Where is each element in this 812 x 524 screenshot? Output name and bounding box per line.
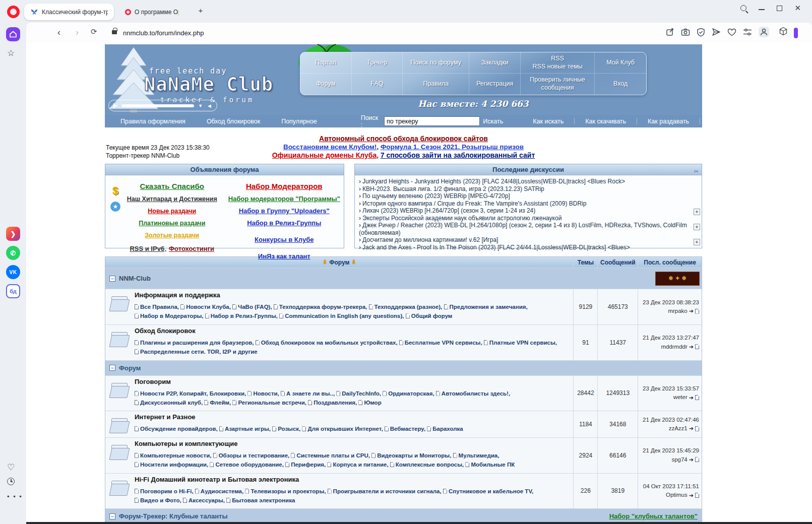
last-post-user-link[interactable]: mddrmddr	[661, 343, 687, 351]
goto-last-post-icon[interactable]: ➔	[689, 307, 694, 315]
subforum-link[interactable]: Проигрыватели и источники сигнала,	[328, 488, 442, 494]
subforum-link[interactable]: ЧаВо (FAQ),	[232, 304, 272, 310]
discussions-collapse-icon[interactable]: ✂	[694, 166, 699, 177]
subforum-link[interactable]: Предложения и замечания,	[444, 304, 528, 310]
subforum-link[interactable]: Спутниковое и кабельное TV,	[443, 488, 533, 494]
notice-link-restore[interactable]: Восстановим всем Клубом!	[283, 143, 377, 151]
search-submit-button[interactable]: Искать	[483, 118, 503, 125]
link-moderators-recruit[interactable]: Набор Модераторов	[246, 182, 323, 190]
play-icon[interactable]	[113, 103, 117, 108]
category-title[interactable]: Форум	[119, 364, 141, 372]
discussion-item[interactable]: ›Эксперты Российской академии наук объяв…	[359, 215, 689, 222]
nav-my-club[interactable]: Мой Клуб	[595, 52, 646, 74]
notice-link-domains[interactable]: Официальные домены Клуба	[272, 151, 377, 159]
nav-rss[interactable]: RSS RSS новые темы	[521, 52, 595, 74]
menu-how-to-download[interactable]: Как скачивать	[575, 118, 637, 125]
subforum-link[interactable]: Плагины и расширения для браузеров,	[135, 340, 254, 346]
subforum-link[interactable]: Компьютерные новости,	[135, 452, 211, 458]
nav-tracker[interactable]: Трекер	[352, 52, 403, 74]
discussion-item[interactable]: ›Junkyard Heights - Junkyard Heights (20…	[359, 178, 689, 185]
discussion-item[interactable]: ›Лихач (2023) WEBRip [H.264/720p] (сезон…	[359, 207, 689, 215]
menu-bypass-blocks[interactable]: Обход блокировок	[196, 118, 271, 125]
subforum-link[interactable]: Мультимедиа,	[453, 452, 499, 458]
discussion-item[interactable]: ›Jack and the Axes - Proof Is In The Poi…	[359, 244, 689, 251]
link-rss-ipv6[interactable]: RSS и IPv6	[130, 245, 164, 252]
goto-last-post-icon[interactable]: ➔	[689, 343, 694, 351]
menu-how-to-seed[interactable]: Как раздавать	[637, 118, 700, 125]
subforum-link[interactable]: Флейм,	[204, 400, 231, 406]
subforum-link[interactable]: Азартные игры,	[219, 426, 271, 432]
discussion-item[interactable]: ›КВН-2023. Высшая лига. 1/2 финала, игра…	[359, 185, 689, 193]
expand-plus-button[interactable]: +	[694, 209, 700, 215]
profile-button[interactable]	[759, 27, 769, 37]
subforum-link[interactable]: Вебмастеру,	[385, 426, 425, 432]
last-post-user-link[interactable]: Optimus	[666, 491, 688, 499]
sort-arrow-icon[interactable]: ⇩	[351, 259, 356, 266]
subforum-link[interactable]: Мобильные ПК	[465, 462, 515, 468]
menu-design-rules[interactable]: Правила оформления	[110, 118, 196, 125]
expand-plus-button[interactable]: +	[694, 239, 700, 245]
subforum-link[interactable]: Поговорим о Hi-Fi,	[135, 488, 194, 494]
forum-title-link[interactable]: Интернет и Разное	[135, 413, 569, 421]
collapse-minus-icon[interactable]: −	[109, 365, 115, 371]
subforum-link[interactable]: Корпуса и питание,	[327, 462, 388, 468]
subforum-link[interactable]: Дискуссионный клуб,	[135, 400, 203, 406]
menu-thanks[interactable]: Спасибо!	[700, 118, 748, 125]
tab-opera-about[interactable]: О программе Opera	[119, 4, 184, 20]
close-button[interactable]: ✕	[794, 5, 801, 11]
likes-heart-icon[interactable]: ♡	[7, 462, 15, 473]
nav-forum-search[interactable]: Поиск по форуму	[403, 52, 469, 74]
subforum-link[interactable]: Общий форум	[406, 313, 453, 319]
notice-link-blocked-site[interactable]: 7 способов зайти на заблокированный сайт	[381, 151, 535, 159]
discussion-item[interactable]: ›По щучьему велению (2023) WEBRip [MPEG-…	[359, 192, 689, 200]
bookmarks-star-icon[interactable]: ☆	[7, 48, 15, 58]
vk-icon[interactable]: VK	[6, 265, 20, 279]
forum-title-link[interactable]: Обход блокировок	[135, 327, 569, 335]
sliders-icon[interactable]	[743, 28, 752, 36]
extensions-cube-icon[interactable]	[779, 27, 788, 36]
subforum-link[interactable]: Набор в Релиз-Группы,	[205, 313, 278, 319]
subforum-link[interactable]: Аудиосистема,	[195, 488, 243, 494]
expand-plus-button[interactable]: +	[694, 224, 700, 230]
nav-rules[interactable]: Правила	[403, 74, 469, 95]
menu-how-to-search[interactable]: Как искать	[522, 118, 574, 125]
subforum-link[interactable]: Обзоры и тестирование,	[213, 452, 290, 458]
speed-dial-home-button[interactable]	[6, 27, 20, 41]
nav-private-messages[interactable]: Проверить личные сообщения	[521, 74, 595, 95]
subforum-link[interactable]: Комплексные вопросы,	[390, 462, 464, 468]
opera-logo-icon[interactable]	[7, 6, 20, 18]
link-uploaders-group[interactable]: Набор в Группу "Uploaders"	[239, 207, 330, 215]
subforum-link[interactable]: Техподдержка (разное),	[369, 304, 443, 310]
subforum-link[interactable]: Барахолка	[427, 426, 463, 432]
subforum-link[interactable]: Сетевое оборудование,	[210, 462, 284, 468]
last-post-user-link[interactable]: mrpako	[668, 307, 687, 315]
maximize-button[interactable]	[777, 6, 782, 11]
subforum-link[interactable]: Региональные встречи,	[232, 400, 306, 406]
link-release-groups[interactable]: Набор в Релиз-Группы	[247, 219, 321, 227]
subforum-link[interactable]: Системные платы и CPU,	[291, 452, 370, 458]
whatsapp-icon[interactable]: ✆	[6, 246, 20, 260]
subforum-link[interactable]: Автомобилисты здесь!,	[436, 390, 510, 397]
tab-forum[interactable]: Классический форум-тре	[24, 4, 114, 20]
link-moderators-programs[interactable]: Набор модераторов "Программы"	[228, 195, 340, 203]
nav-bookmarks[interactable]: Закладки	[469, 52, 521, 74]
subforum-link[interactable]: Телевизоры и проекторы,	[245, 488, 326, 494]
subforum-link[interactable]: Обсуждение провайдеров,	[135, 426, 218, 432]
subforum-link[interactable]: А знаете ли вы..,	[281, 390, 335, 397]
back-button[interactable]: ‹	[57, 27, 60, 38]
category-banner-image[interactable]: ❄ ✦ ❄	[655, 272, 700, 286]
notice-link-autonomous[interactable]: Автономный способ обхода блокировок сайт…	[319, 135, 488, 143]
forum-title-link[interactable]: Информация и поддержка	[135, 291, 569, 299]
tracker-search-input[interactable]	[384, 116, 480, 126]
talents-recruit-link[interactable]: Набор "клубных талантов"	[609, 512, 698, 520]
subforum-link[interactable]: Распределенные сети. TOR, I2P и другие	[135, 349, 258, 355]
subforum-link[interactable]: Все Правила,	[135, 304, 179, 310]
url-text[interactable]: nnmclub.to/forum/index.php	[123, 29, 204, 37]
glasses-app-icon[interactable]: бд	[6, 284, 20, 298]
forum-title-link[interactable]: Поговорим	[135, 378, 569, 385]
reload-button[interactable]: ⟳	[91, 27, 97, 36]
speaker-icon[interactable]: ◄	[207, 103, 212, 109]
share-edit-icon[interactable]	[666, 28, 674, 36]
subforum-link[interactable]: Техподдержка форум-трекера,	[274, 304, 367, 310]
link-platinum-releases[interactable]: Платиновые раздачи	[139, 220, 205, 227]
